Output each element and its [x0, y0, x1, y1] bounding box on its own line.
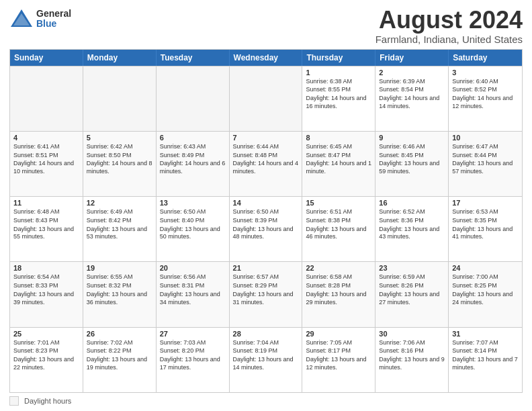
- sunset-line: Sunset: 8:22 PM: [87, 347, 152, 355]
- calendar-cell-31: 31Sunrise: 7:07 AMSunset: 8:14 PMDayligh…: [449, 328, 522, 392]
- calendar-cell-30: 30Sunrise: 7:06 AMSunset: 8:16 PMDayligh…: [375, 328, 449, 392]
- sunrise-line: Sunrise: 6:38 AM: [306, 78, 371, 86]
- daylight-line: Daylight: 13 hours and 9 minutes.: [379, 356, 445, 371]
- calendar-row-5: 25Sunrise: 7:01 AMSunset: 8:23 PMDayligh…: [10, 327, 522, 392]
- calendar-cell-8: 8Sunrise: 6:45 AMSunset: 8:47 PMDaylight…: [302, 132, 375, 196]
- sunrise-line: Sunrise: 7:03 AM: [160, 339, 226, 347]
- day-number: 8: [306, 134, 371, 142]
- sunset-line: Sunset: 8:26 PM: [379, 282, 445, 290]
- daylight-line: Daylight: 14 hours and 1 minute.: [306, 160, 371, 175]
- calendar-header: SundayMondayTuesdayWednesdayThursdayFrid…: [10, 50, 522, 66]
- sunset-line: Sunset: 8:50 PM: [87, 152, 152, 160]
- daylight-line: Daylight: 14 hours and 6 minutes.: [160, 160, 226, 175]
- daylight-line: Daylight: 13 hours and 17 minutes.: [160, 356, 226, 371]
- calendar-cell-22: 22Sunrise: 6:58 AMSunset: 8:28 PMDayligh…: [302, 262, 375, 326]
- sunrise-line: Sunrise: 6:55 AM: [87, 273, 152, 281]
- sunset-line: Sunset: 8:33 PM: [13, 282, 79, 290]
- calendar-cell-18: 18Sunrise: 6:54 AMSunset: 8:33 PMDayligh…: [10, 262, 83, 326]
- day-number: 23: [379, 264, 445, 272]
- sunset-line: Sunset: 8:45 PM: [379, 152, 445, 160]
- title-block: August 2024 Farmland, Indiana, United St…: [375, 7, 523, 45]
- daylight-line: Daylight: 13 hours and 31 minutes.: [233, 291, 299, 306]
- calendar-cell-13: 13Sunrise: 6:50 AMSunset: 8:40 PMDayligh…: [157, 197, 230, 261]
- sunset-line: Sunset: 8:31 PM: [160, 282, 226, 290]
- day-number: 7: [233, 134, 299, 142]
- day-number: 20: [160, 264, 226, 272]
- sunset-line: Sunset: 8:40 PM: [160, 217, 226, 225]
- header-day-friday: Friday: [375, 50, 449, 66]
- day-number: 11: [13, 199, 79, 207]
- main-title: August 2024: [375, 7, 523, 34]
- calendar-cell-23: 23Sunrise: 6:59 AMSunset: 8:26 PMDayligh…: [375, 262, 449, 326]
- calendar-cell-28: 28Sunrise: 7:04 AMSunset: 8:19 PMDayligh…: [230, 328, 303, 392]
- sunset-line: Sunset: 8:16 PM: [379, 347, 445, 355]
- sunset-line: Sunset: 8:28 PM: [306, 282, 371, 290]
- day-number: 28: [233, 330, 299, 338]
- day-number: 17: [452, 199, 519, 207]
- page: General Blue August 2024 Farmland, India…: [0, 0, 532, 411]
- sunrise-line: Sunrise: 6:51 AM: [306, 208, 371, 216]
- sunrise-line: Sunrise: 7:05 AM: [306, 339, 371, 347]
- daylight-line: Daylight: 14 hours and 16 minutes.: [306, 95, 371, 110]
- day-number: 2: [379, 68, 445, 77]
- logo-text: General Blue: [36, 9, 71, 30]
- daylight-line: Daylight: 14 hours and 10 minutes.: [13, 160, 79, 175]
- sunrise-line: Sunrise: 6:43 AM: [160, 143, 226, 151]
- daylight-line: Daylight: 13 hours and 29 minutes.: [306, 291, 371, 306]
- day-number: 1: [306, 68, 371, 77]
- sunrise-line: Sunrise: 6:47 AM: [452, 143, 519, 151]
- sunset-line: Sunset: 8:23 PM: [13, 347, 79, 355]
- sunset-line: Sunset: 8:32 PM: [87, 282, 152, 290]
- calendar-cell-10: 10Sunrise: 6:47 AMSunset: 8:44 PMDayligh…: [449, 132, 522, 196]
- calendar-cell-4: 4Sunrise: 6:41 AMSunset: 8:51 PMDaylight…: [10, 132, 83, 196]
- sunset-line: Sunset: 8:19 PM: [233, 347, 299, 355]
- sunrise-line: Sunrise: 7:01 AM: [13, 339, 79, 347]
- daylight-line: Daylight: 13 hours and 43 minutes.: [379, 226, 445, 241]
- sunset-line: Sunset: 8:14 PM: [452, 347, 519, 355]
- sunrise-line: Sunrise: 6:39 AM: [379, 78, 445, 86]
- header: General Blue August 2024 Farmland, India…: [9, 7, 523, 45]
- calendar-row-2: 4Sunrise: 6:41 AMSunset: 8:51 PMDaylight…: [10, 131, 522, 196]
- header-day-saturday: Saturday: [449, 50, 522, 66]
- sunset-line: Sunset: 8:52 PM: [452, 86, 519, 94]
- sunrise-line: Sunrise: 6:40 AM: [452, 78, 519, 86]
- daylight-line: Daylight: 13 hours and 55 minutes.: [13, 226, 79, 241]
- daylight-line: Daylight: 14 hours and 12 minutes.: [452, 95, 519, 110]
- calendar-row-1: 1Sunrise: 6:38 AMSunset: 8:55 PMDaylight…: [10, 66, 522, 131]
- sunset-line: Sunset: 8:54 PM: [379, 86, 445, 94]
- sunset-line: Sunset: 8:36 PM: [379, 217, 445, 225]
- header-day-sunday: Sunday: [10, 50, 83, 66]
- daylight-line: Daylight: 13 hours and 57 minutes.: [452, 160, 519, 175]
- daylight-line: Daylight: 13 hours and 22 minutes.: [13, 356, 79, 371]
- sunrise-line: Sunrise: 7:00 AM: [452, 273, 519, 281]
- sunrise-line: Sunrise: 6:45 AM: [306, 143, 371, 151]
- sunrise-line: Sunrise: 7:06 AM: [379, 339, 445, 347]
- sunset-line: Sunset: 8:55 PM: [306, 86, 371, 94]
- daylight-line: Daylight: 14 hours and 4 minutes.: [233, 160, 299, 175]
- sunrise-line: Sunrise: 6:56 AM: [160, 273, 226, 281]
- header-day-thursday: Thursday: [302, 50, 375, 66]
- calendar-cell-25: 25Sunrise: 7:01 AMSunset: 8:23 PMDayligh…: [10, 328, 83, 392]
- sunrise-line: Sunrise: 6:54 AM: [13, 273, 79, 281]
- calendar-cell-1: 1Sunrise: 6:38 AMSunset: 8:55 PMDaylight…: [302, 66, 375, 131]
- sunset-line: Sunset: 8:47 PM: [306, 152, 371, 160]
- daylight-line: Daylight: 13 hours and 24 minutes.: [452, 291, 519, 306]
- day-number: 9: [379, 134, 445, 142]
- day-number: 13: [160, 199, 226, 207]
- sunset-line: Sunset: 8:49 PM: [160, 152, 226, 160]
- logo: General Blue: [9, 7, 71, 31]
- sunrise-line: Sunrise: 6:42 AM: [87, 143, 152, 151]
- daylight-line: Daylight: 13 hours and 48 minutes.: [233, 226, 299, 241]
- daylight-line: Daylight: 13 hours and 50 minutes.: [160, 226, 226, 241]
- daylight-line: Daylight: 13 hours and 27 minutes.: [379, 291, 445, 306]
- sunrise-line: Sunrise: 6:53 AM: [452, 208, 519, 216]
- sunset-line: Sunset: 8:44 PM: [452, 152, 519, 160]
- daylight-line: Daylight: 13 hours and 36 minutes.: [87, 291, 152, 306]
- daylight-line: Daylight: 13 hours and 19 minutes.: [87, 356, 152, 371]
- daylight-line: Daylight: 13 hours and 41 minutes.: [452, 226, 519, 241]
- sunset-line: Sunset: 8:35 PM: [452, 217, 519, 225]
- calendar-cell-2: 2Sunrise: 6:39 AMSunset: 8:54 PMDaylight…: [375, 66, 449, 131]
- legend-label: Daylight hours: [24, 397, 71, 405]
- sunrise-line: Sunrise: 6:48 AM: [13, 208, 79, 216]
- sunset-line: Sunset: 8:48 PM: [233, 152, 299, 160]
